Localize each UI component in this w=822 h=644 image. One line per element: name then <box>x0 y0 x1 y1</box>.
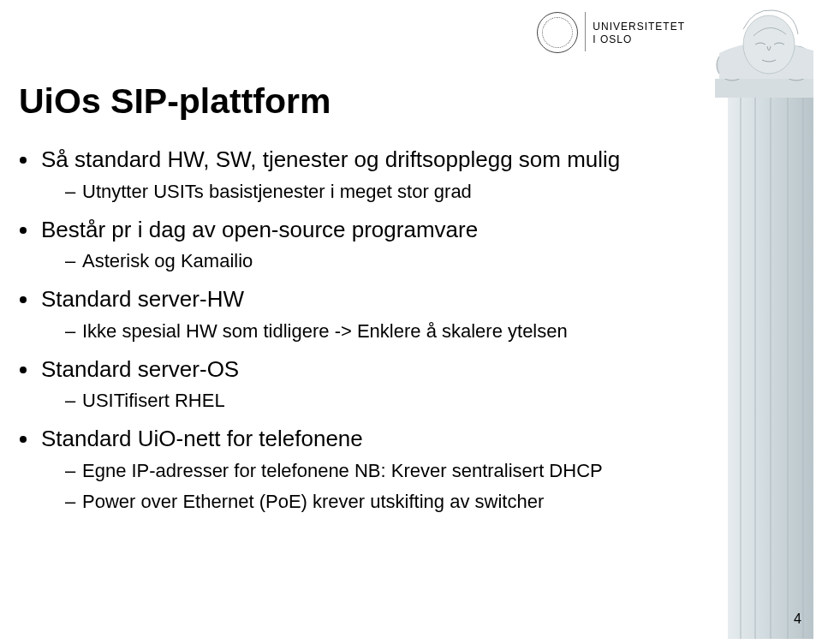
bullet-text: Standard UiO-nett for telefonene <box>41 426 363 451</box>
sub-list: Asterisk og Kamailio <box>41 247 694 275</box>
bullet-item: Standard UiO-nett for telefonene Egne IP… <box>39 423 694 515</box>
bullet-text: Så standard HW, SW, tjenester og driftso… <box>41 146 620 172</box>
bullet-text: Standard server-HW <box>41 286 244 312</box>
sub-list: USITifisert RHEL <box>41 387 694 414</box>
bullet-list: Så standard HW, SW, tjenester og driftso… <box>19 144 694 516</box>
sub-text: Asterisk og Kamailio <box>82 250 253 271</box>
sub-list: Ikke spesial HW som tidligere -> Enklere… <box>41 318 694 345</box>
university-name: UNIVERSITETET I OSLO <box>585 12 685 51</box>
sub-item: Ikke spesial HW som tidligere -> Enklere… <box>65 318 694 345</box>
bullet-item: Standard server-HW Ikke spesial HW som t… <box>39 283 694 345</box>
slide-header: UNIVERSITETET I OSLO <box>0 0 822 77</box>
bullet-text: Består pr i dag av open-source programva… <box>41 217 478 242</box>
svg-rect-6 <box>715 79 813 98</box>
bullet-item: Består pr i dag av open-source programva… <box>39 214 694 276</box>
svg-point-14 <box>743 15 795 74</box>
bullet-text: Standard server-OS <box>41 356 239 382</box>
university-logo-block: UNIVERSITETET I OSLO <box>537 12 685 53</box>
sub-item: Egne IP-adresser for telefonene NB: Krev… <box>65 457 694 485</box>
bullet-item: Så standard HW, SW, tjenester og driftso… <box>39 144 694 206</box>
uni-line-1: UNIVERSITETET <box>593 21 685 33</box>
sub-item: Asterisk og Kamailio <box>65 247 694 275</box>
sub-text: Utnytter USITs basistjenester i meget st… <box>82 181 472 202</box>
sub-text: Ikke spesial HW som tidligere -> Enklere… <box>82 320 568 342</box>
sub-list: Utnytter USITs basistjenester i meget st… <box>41 178 694 206</box>
sub-text: Power over Ethernet (PoE) krever utskift… <box>82 491 544 512</box>
sub-item: Utnytter USITs basistjenester i meget st… <box>65 178 694 206</box>
sub-item: USITifisert RHEL <box>65 387 694 414</box>
sub-text: Egne IP-adresser for telefonene NB: Krev… <box>82 460 603 481</box>
uni-line-2: I OSLO <box>593 33 685 46</box>
bullet-item: Standard server-OS USITifisert RHEL <box>39 354 694 415</box>
pillar-decoration <box>702 3 813 639</box>
sub-text: USITifisert RHEL <box>82 390 225 411</box>
sub-item: Power over Ethernet (PoE) krever utskift… <box>65 488 694 516</box>
sub-list: Egne IP-adresser for telefonene NB: Krev… <box>41 457 694 516</box>
page-number: 4 <box>794 611 801 627</box>
slide-title: UiOs SIP-plattform <box>19 81 694 122</box>
slide-content: UiOs SIP-plattform Så standard HW, SW, t… <box>19 81 694 524</box>
university-seal-icon <box>537 12 578 53</box>
